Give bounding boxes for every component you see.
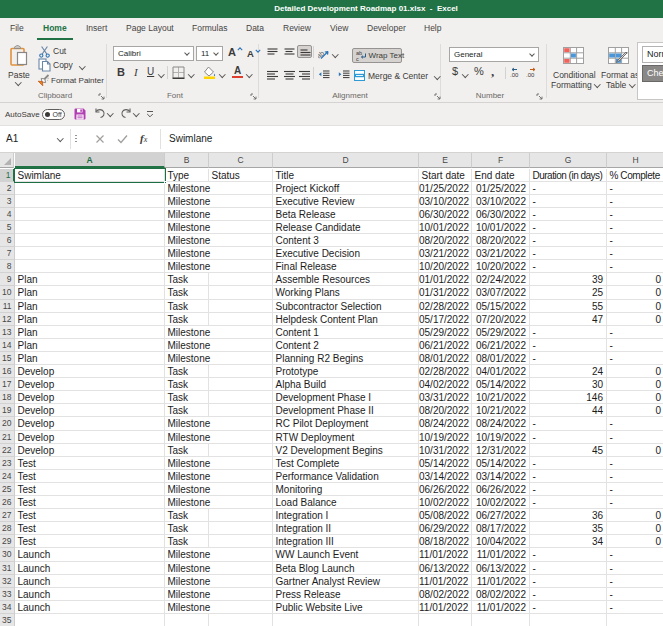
svg-text:.00: .00 — [526, 72, 535, 78]
svg-text:.00: .00 — [510, 72, 519, 78]
svg-text:c: c — [356, 55, 359, 61]
